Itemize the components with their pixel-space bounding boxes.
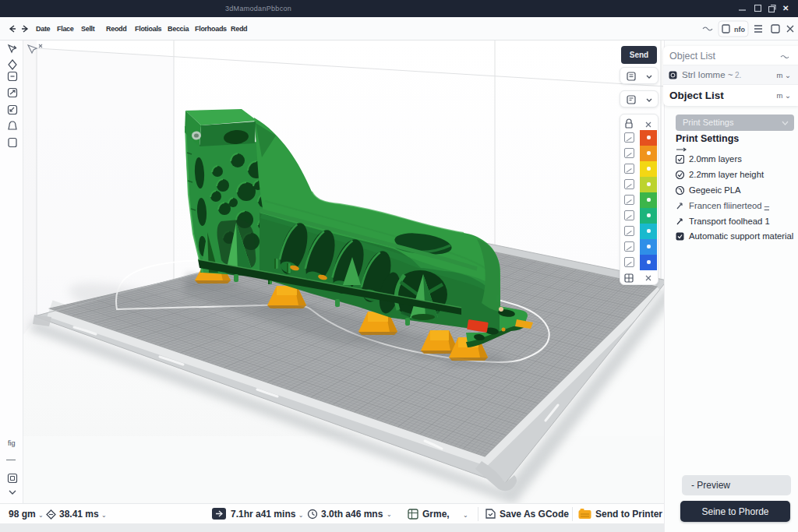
svg-text:fig: fig	[8, 439, 16, 447]
svg-text:nfo: nfo	[734, 26, 745, 33]
